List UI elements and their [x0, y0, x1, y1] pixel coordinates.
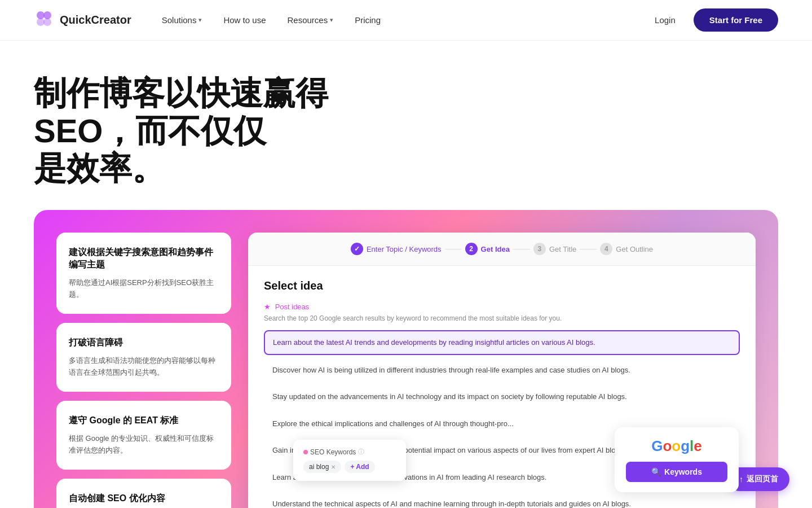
step-4-num: 4 — [600, 243, 612, 255]
stepper: ✓ Enter Topic / Keywords 2 Get Idea 3 Ge… — [248, 233, 756, 266]
step-divider-1 — [445, 249, 462, 249]
demo-panel: ✓ Enter Topic / Keywords 2 Get Idea 3 Ge… — [248, 233, 756, 508]
idea-item-7[interactable]: Understand the technical aspects of AI a… — [264, 492, 740, 508]
feature-title-0: 建议根据关键字搜索意图和趋势事件编写主题 — [69, 246, 219, 271]
idea-item-2[interactable]: Stay updated on the advancements in AI t… — [264, 385, 740, 409]
feature-title-2: 遵守 Google 的 EEAT 标准 — [69, 414, 219, 427]
feature-title-1: 打破语言障碍 — [69, 336, 219, 349]
feature-desc-1: 多语言生成和语法功能使您的内容能够以每种语言在全球范围内引起共鸣。 — [69, 355, 219, 379]
feature-desc-0: 帮助您通过AI根据SERP分析找到SEO获胜主题。 — [69, 277, 219, 301]
idea-item-1[interactable]: Discover how AI is being utilized in dif… — [264, 358, 740, 382]
feature-card-0: 建议根据关键字搜索意图和趋势事件编写主题 帮助您通过AI根据SERP分析找到SE… — [56, 233, 231, 314]
feature-card-3: 自动创建 SEO 优化内容 自动分析锚文本并嵌入内部和外部。 — [56, 479, 231, 508]
seo-label: SEO Keywords ⓘ — [303, 448, 396, 456]
hero-title: 制作博客以快速赢得 SEO，而不仅仅 是效率。 — [34, 75, 429, 187]
info-icon: ⓘ — [358, 448, 364, 456]
idea-item-0[interactable]: Learn about the latest AI trends and dev… — [264, 330, 740, 355]
step-2-num: 2 — [465, 243, 478, 255]
seo-add-button[interactable]: + Add — [345, 461, 374, 473]
step-3-num: 3 — [533, 243, 546, 255]
seo-tag-ai-blog[interactable]: ai blog ✕ — [303, 461, 341, 473]
google-keywords-button[interactable]: 🔍 Keywords — [626, 462, 727, 482]
seo-tags: ai blog ✕ + Add — [303, 461, 396, 473]
arrow-up-icon: ↑ — [739, 475, 743, 484]
chevron-down-icon: ▾ — [198, 16, 202, 24]
login-button[interactable]: Login — [646, 11, 685, 29]
start-free-button[interactable]: Start for Free — [694, 8, 778, 32]
feature-title-3: 自动创建 SEO 优化内容 — [69, 492, 219, 505]
step-3-label: Get Title — [549, 245, 576, 253]
google-logo: Google — [626, 437, 727, 455]
content-section: 建议根据关键字搜索意图和趋势事件编写主题 帮助您通过AI根据SERP分析找到SE… — [34, 210, 778, 508]
logo-text: QuickCreator — [60, 14, 131, 27]
step-2-label: Get Idea — [481, 245, 510, 253]
step-divider-2 — [513, 249, 530, 249]
post-ideas-label: ★ Post ideas — [264, 303, 740, 311]
seo-dot — [303, 450, 308, 454]
step-3: 3 Get Title — [533, 243, 576, 255]
nav-item-resources[interactable]: Resources ▾ — [279, 11, 341, 29]
step-1: ✓ Enter Topic / Keywords — [351, 243, 442, 255]
svg-point-3 — [43, 18, 51, 26]
feature-card-2: 遵守 Google 的 EEAT 标准 根据 Google 的专业知识、权威性和… — [56, 401, 231, 470]
svg-point-2 — [37, 18, 45, 26]
nav-left: QuickCreator Solutions ▾ How to use Reso… — [34, 8, 389, 32]
chevron-down-icon: ▾ — [330, 16, 333, 24]
nav-item-solutions[interactable]: Solutions ▾ — [154, 11, 210, 29]
logo[interactable]: QuickCreator — [34, 8, 131, 32]
nav-item-howtouse[interactable]: How to use — [215, 11, 273, 29]
step-4: 4 Get Outline — [600, 243, 653, 255]
seo-keywords-overlay: SEO Keywords ⓘ ai blog ✕ + Add — [293, 440, 406, 481]
google-keywords-overlay: Google 🔍 Keywords — [615, 427, 739, 492]
step-1-label: Enter Topic / Keywords — [367, 245, 442, 253]
logo-icon — [34, 8, 54, 32]
search-icon: 🔍 — [651, 467, 661, 476]
nav-item-pricing[interactable]: Pricing — [347, 11, 389, 29]
nav-links: Solutions ▾ How to use Resources ▾ Prici… — [154, 11, 389, 29]
feature-desc-2: 根据 Google 的专业知识、权威性和可信度标准评估您的内容。 — [69, 433, 219, 457]
select-idea-title: Select idea — [264, 279, 740, 292]
navbar: QuickCreator Solutions ▾ How to use Reso… — [0, 0, 812, 41]
step-1-num: ✓ — [351, 243, 363, 255]
step-divider-3 — [580, 249, 597, 249]
remove-tag-icon[interactable]: ✕ — [331, 464, 336, 470]
feature-card-1: 打破语言障碍 多语言生成和语法功能使您的内容能够以每种语言在全球范围内引起共鸣。 — [56, 323, 231, 392]
step-4-label: Get Outline — [616, 245, 653, 253]
nav-right: Login Start for Free — [646, 8, 778, 32]
feature-cards: 建议根据关键字搜索意图和趋势事件编写主题 帮助您通过AI根据SERP分析找到SE… — [56, 233, 231, 508]
svg-point-0 — [37, 11, 45, 19]
step-2: 2 Get Idea — [465, 243, 510, 255]
svg-point-1 — [43, 11, 51, 19]
hero-section: 制作博客以快速赢得 SEO，而不仅仅 是效率。 — [0, 41, 812, 187]
post-ideas-subtitle: Search the top 20 Google search results … — [264, 314, 740, 322]
